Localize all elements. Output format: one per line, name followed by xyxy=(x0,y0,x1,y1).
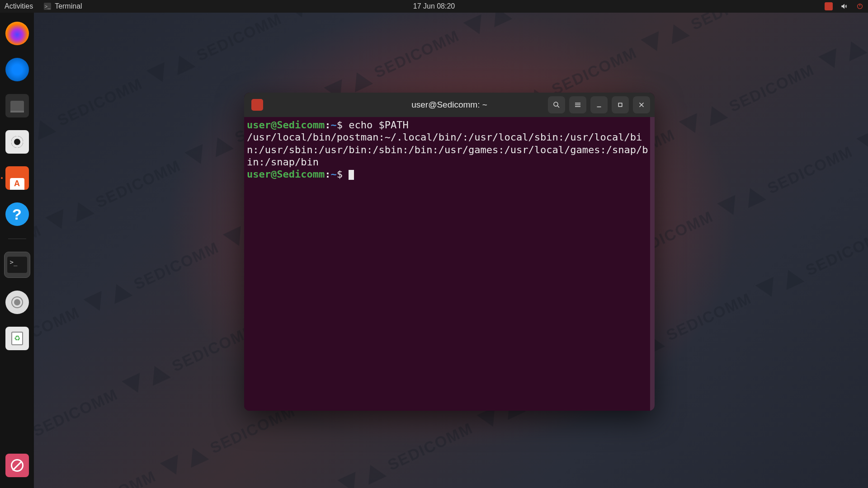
terminal-line: user@Sedicomm:~$ echo $PATH xyxy=(247,119,652,131)
terminal-body[interactable]: user@Sedicomm:~$ echo $PATH/usr/local/bi… xyxy=(244,117,655,411)
dock-rhythmbox[interactable] xyxy=(5,130,29,154)
dock-files[interactable] xyxy=(5,94,29,117)
power-icon[interactable] xyxy=(856,3,863,10)
terminal-scrollbar[interactable] xyxy=(650,117,655,411)
clock[interactable]: 17 Jun 08:20 xyxy=(413,2,455,10)
close-button[interactable] xyxy=(633,96,650,113)
screen-record-icon[interactable] xyxy=(825,2,833,10)
menu-button[interactable] xyxy=(569,96,586,113)
dock-thunderbird[interactable] xyxy=(5,58,29,81)
dock-disk[interactable] xyxy=(5,291,29,314)
dock-firefox[interactable] xyxy=(5,22,29,45)
volume-icon[interactable] xyxy=(841,3,848,10)
terminal-window: user@Sedicomm: ~ user@Sedicomm:~$ echo $… xyxy=(244,93,655,411)
dock-help[interactable]: ? xyxy=(5,202,29,226)
terminal-line: /usr/local/bin/postman:~/.local/bin/:/us… xyxy=(247,131,652,168)
topbar-app-menu[interactable]: >_ Terminal xyxy=(44,2,82,10)
dock-software-center[interactable] xyxy=(5,166,29,190)
search-button[interactable] xyxy=(548,96,565,113)
activities-button[interactable]: Activities xyxy=(5,2,33,10)
minimize-button[interactable] xyxy=(590,96,608,113)
dock: ? >_ xyxy=(0,13,34,488)
terminal-titlebar[interactable]: user@Sedicomm: ~ xyxy=(244,93,655,117)
gnome-topbar: Activities >_ Terminal 17 Jun 08:20 xyxy=(0,0,868,13)
maximize-button[interactable] xyxy=(612,96,629,113)
dock-trash[interactable] xyxy=(5,327,29,350)
dock-unknown-app[interactable] xyxy=(5,454,29,477)
terminal-icon: >_ xyxy=(44,3,51,10)
svg-line-3 xyxy=(557,106,559,108)
dock-separator xyxy=(8,239,26,239)
dock-terminal[interactable]: >_ xyxy=(4,252,30,278)
terminal-line: user@Sedicomm:~$ xyxy=(247,168,652,180)
svg-point-2 xyxy=(554,102,558,106)
cursor xyxy=(349,170,354,180)
svg-rect-8 xyxy=(618,103,622,107)
terminal-app-icon xyxy=(251,99,263,111)
terminal-title: user@Sedicomm: ~ xyxy=(411,100,487,110)
topbar-app-name: Terminal xyxy=(55,2,82,10)
